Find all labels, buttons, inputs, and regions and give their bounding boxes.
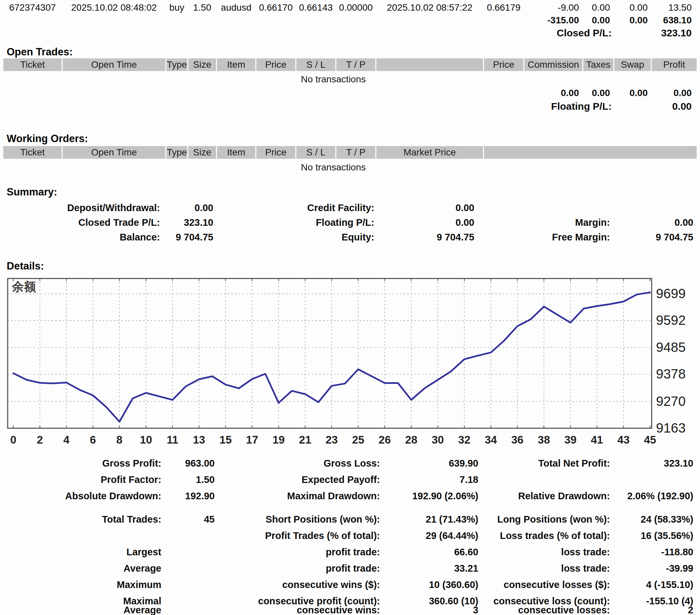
col-tp: T / P [336, 146, 375, 159]
y-tick-label: 9485 [656, 340, 686, 355]
open-trades-empty: No transactions [0, 74, 667, 85]
x-tick-label: 13 [193, 433, 205, 446]
x-tick-label: 43 [617, 433, 630, 446]
stats-row: Profit Trades (% of total): 29 (64.44%) … [0, 530, 700, 541]
trade-tp: 0.00000 [336, 2, 375, 13]
avg-consecutive-wins-label: consecutive wins: [247, 604, 380, 615]
closed-pl-label: Closed P/L: [512, 27, 612, 39]
margin-value: 0.00 [627, 217, 693, 228]
balance-chart-svg: 余额96999592948593789270916302468101113151… [0, 273, 700, 454]
x-tick-label: 8 [116, 433, 122, 446]
gross-profit-label: Gross Profit: [35, 458, 161, 469]
credit-facility-value: 0.00 [401, 202, 474, 213]
x-tick-label: 15 [219, 433, 232, 446]
series-label: 余额 [12, 280, 36, 294]
x-tick-label: 4 [63, 433, 70, 446]
short-positions-label: Short Positions (won %): [247, 514, 380, 525]
equity-label: Equity: [254, 232, 374, 243]
gross-loss-label: Gross Loss: [247, 458, 380, 469]
x-tick-label: 41 [591, 433, 603, 446]
trade-type: buy [166, 2, 187, 13]
average-profit-trade-value: 33.21 [395, 563, 478, 574]
largest-profit-trade-label: profit trade: [247, 546, 380, 558]
largest-profit-trade-value: 66.60 [395, 546, 478, 558]
stats-row: Maximum consecutive wins ($): 10 (360.60… [0, 579, 700, 590]
x-tick-label: 28 [405, 433, 417, 446]
x-tick-label: 0 [10, 433, 16, 446]
x-tick-label: 45 [644, 433, 656, 446]
long-positions-label: Long Positions (won %): [477, 514, 610, 525]
credit-facility-label: Credit Facility: [254, 202, 374, 213]
trade-open-time: 2025.10.02 08:48:02 [63, 2, 165, 13]
col-sl: S / L [296, 146, 335, 159]
stats-row: Gross Profit: 963.00 Gross Loss: 639.90 … [0, 458, 700, 469]
average-loss-trade-value: -39.99 [613, 563, 693, 574]
col-tp: T / P [336, 58, 375, 71]
x-tick-label: 34 [485, 433, 497, 446]
consecutive-wins-label: consecutive wins ($): [247, 579, 380, 590]
col-item: Item [217, 146, 255, 159]
y-tick-label: 9699 [656, 286, 686, 301]
col-ticket: Ticket [3, 58, 62, 71]
closed-totals-row: -315.00 0.00 0.00 638.10 [0, 15, 700, 26]
trade-ticket: 672374307 [3, 2, 62, 13]
trade-item: audusd [217, 2, 255, 13]
floating-pl-row: Floating P/L: 0.00 [0, 101, 700, 112]
x-tick-label: 38 [538, 433, 550, 446]
working-orders-header: Ticket Open Time Type Size Item Price S … [0, 146, 700, 159]
largest-label: Largest [35, 546, 161, 558]
loss-trades-value: 16 (35.56%) [613, 530, 693, 541]
equity-value: 9 704.75 [401, 232, 474, 243]
balance-chart: 余额96999592948593789270916302468101113151… [0, 273, 700, 454]
maximal-drawdown-value: 192.90 (2.06%) [395, 490, 478, 502]
trade-open-price: 0.66170 [256, 2, 295, 13]
col-price: Price [256, 58, 295, 71]
total-profit: 638.10 [635, 15, 692, 26]
open-trades-heading: Open Trades: [7, 46, 73, 58]
average-profit-trade-label: profit trade: [247, 563, 380, 574]
x-tick-label: 36 [511, 433, 524, 446]
stats-row: Average consecutive wins: 3 consecutive … [0, 604, 700, 615]
largest-loss-trade-label: loss trade: [477, 546, 610, 558]
trade-size: 1.50 [188, 2, 216, 13]
deposit-withdrawal-label: Deposit/Withdrawal: [40, 202, 160, 213]
gross-profit-value: 963.00 [168, 458, 215, 469]
total-net-profit-value: 323.10 [613, 458, 693, 469]
statement-report: 672374307 2025.10.02 08:48:02 buy 1.50 a… [0, 0, 700, 615]
closed-pl-value: 323.10 [635, 27, 692, 39]
col-type: Type [166, 58, 187, 71]
stats-row: Total Trades: 45 Short Positions (won %)… [0, 514, 700, 525]
stats-row: Profit Factor: 1.50 Expected Payoff: 7.1… [0, 474, 700, 485]
summary-row: Closed Trade P/L: 323.10 Floating P/L: 0… [0, 217, 700, 228]
maximal-drawdown-label: Maximal Drawdown: [247, 490, 380, 502]
col-size: Size [188, 146, 216, 159]
open-totals-row: 0.00 0.00 0.00 0.00 [0, 87, 700, 99]
y-tick-label: 9378 [656, 367, 686, 381]
closed-trade-row: 672374307 2025.10.02 08:48:02 buy 1.50 a… [0, 2, 700, 13]
consecutive-wins-value: 10 (360.60) [395, 579, 478, 590]
relative-drawdown-value: 2.06% (192.90) [613, 490, 693, 502]
stats-row: Absolute Drawdown: 192.90 Maximal Drawdo… [0, 490, 700, 502]
closed-trade-pl-label: Closed Trade P/L: [40, 217, 160, 228]
x-tick-label: 23 [326, 433, 338, 446]
x-tick-label: 32 [458, 433, 471, 446]
y-tick-label: 9163 [656, 420, 686, 435]
x-tick-label: 17 [246, 433, 258, 446]
floating-pl-label: Floating P/L: [512, 101, 612, 112]
loss-trades-label: Loss trades (% of total): [477, 530, 610, 541]
profit-factor-value: 1.50 [168, 474, 215, 485]
x-tick-label: 10 [140, 433, 152, 446]
stats-row: Largest profit trade: 66.60 loss trade: … [0, 546, 700, 558]
average-label: Average [35, 563, 161, 574]
col-taxes: Taxes [583, 58, 613, 71]
stats-row: Average profit trade: 33.21 loss trade: … [0, 563, 700, 574]
avg-consecutive-losses-label: consecutive losses: [477, 604, 610, 615]
details-heading: Details: [7, 260, 44, 272]
absolute-drawdown-value: 192.90 [168, 490, 215, 502]
long-positions-value: 24 (58.33%) [613, 514, 693, 525]
col-type: Type [166, 146, 187, 159]
profit-factor-label: Profit Factor: [35, 474, 161, 485]
profit-trades-label: Profit Trades (% of total): [247, 530, 380, 541]
balance-label: Balance: [40, 232, 160, 243]
floating-pl-label: Floating P/L: [254, 217, 374, 228]
